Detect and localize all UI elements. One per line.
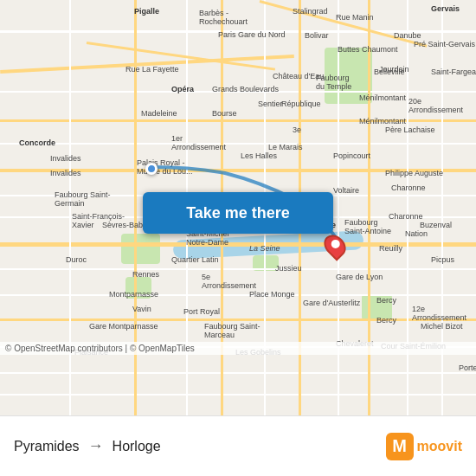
origin-marker (145, 163, 158, 175)
origin-station: Pyramides (14, 439, 80, 454)
map-container: Pigalle Barbès -Rochechouart Stalingrad … (0, 0, 476, 415)
arrow-icon: → (88, 437, 104, 455)
bottom-bar: Pyramides → Horloge M moovit (0, 415, 476, 476)
moovit-text: moovit (417, 439, 462, 454)
moovit-icon: M (386, 433, 414, 460)
attribution-bar: © OpenStreetMap contributors | © OpenMap… (0, 342, 476, 355)
take-me-there-button[interactable]: Take me there (143, 192, 333, 234)
moovit-logo: M moovit (386, 433, 462, 460)
destination-station: Horloge (113, 439, 161, 454)
route-info: Pyramides → Horloge (14, 437, 386, 455)
destination-marker (325, 234, 344, 258)
